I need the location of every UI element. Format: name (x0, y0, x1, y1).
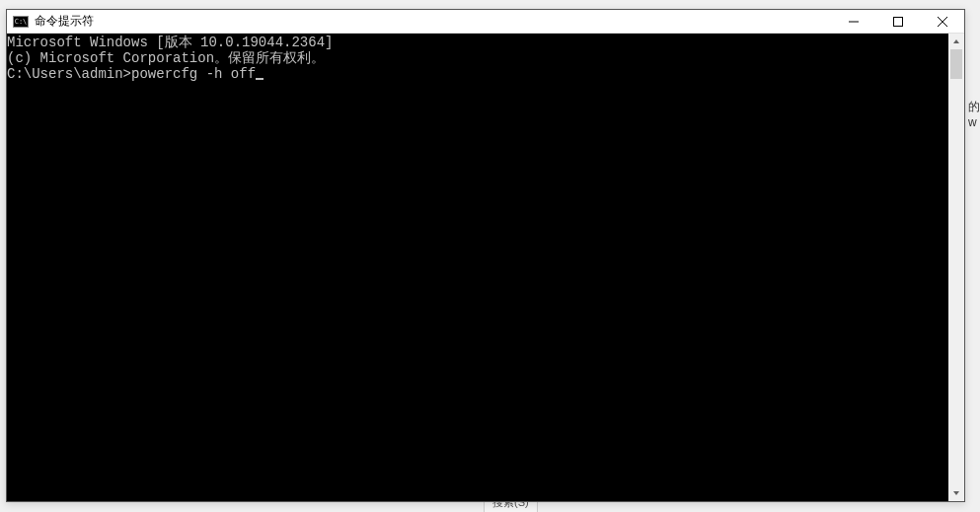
scrollbar-track[interactable] (948, 49, 964, 485)
titlebar-left: C:\ 命令提示符 (7, 13, 831, 30)
text-cursor (256, 78, 264, 80)
background-partial-text: 的 w (968, 99, 980, 129)
cmd-window: C:\ 命令提示符 Microsoft Windows [版本 10.0.190… (6, 9, 965, 502)
svg-marker-4 (953, 39, 959, 43)
titlebar[interactable]: C:\ 命令提示符 (7, 10, 964, 34)
console-area: Microsoft Windows [版本 10.0.19044.2364](c… (7, 34, 964, 501)
cmd-icon: C:\ (13, 16, 29, 28)
close-button[interactable] (920, 10, 964, 33)
window-title: 命令提示符 (35, 13, 94, 30)
bg-char-2: w (968, 115, 980, 129)
console-prompt: C:\Users\admin> (7, 66, 131, 82)
scroll-up-button[interactable] (948, 34, 964, 49)
console-output[interactable]: Microsoft Windows [版本 10.0.19044.2364](c… (7, 34, 948, 501)
minimize-button[interactable] (831, 10, 875, 33)
vertical-scrollbar[interactable] (948, 34, 964, 501)
maximize-button[interactable] (875, 10, 920, 33)
console-prompt-line: C:\Users\admin>powercfg -h off (7, 66, 948, 82)
scroll-down-button[interactable] (948, 485, 964, 501)
svg-marker-5 (953, 491, 959, 495)
svg-rect-1 (893, 17, 902, 26)
console-command: powercfg -h off (131, 66, 256, 82)
bg-char-1: 的 (968, 99, 980, 115)
console-line-copyright: (c) Microsoft Corporation。保留所有权利。 (7, 50, 948, 66)
window-controls (831, 10, 964, 33)
scrollbar-thumb[interactable] (950, 49, 962, 79)
console-line-version: Microsoft Windows [版本 10.0.19044.2364] (7, 35, 948, 50)
